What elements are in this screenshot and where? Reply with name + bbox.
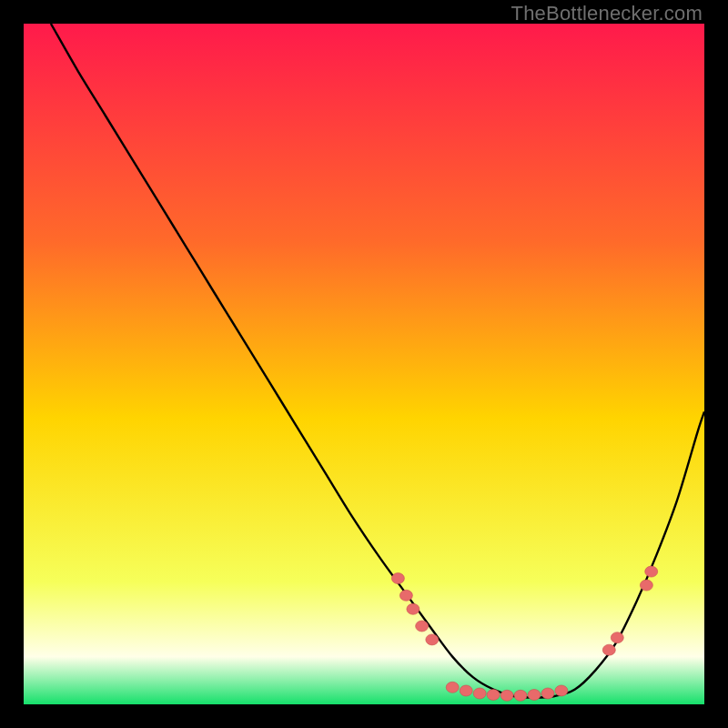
data-marker <box>514 690 527 701</box>
watermark-text: TheBottlenecker.com <box>511 2 703 25</box>
data-marker <box>407 603 420 614</box>
data-marker <box>391 573 404 584</box>
chart-frame <box>24 24 704 704</box>
data-marker <box>426 634 439 645</box>
data-marker <box>446 682 459 693</box>
data-marker <box>541 688 554 699</box>
bottleneck-chart <box>24 24 704 704</box>
data-marker <box>645 566 658 577</box>
data-marker <box>473 688 486 699</box>
data-marker <box>611 632 623 643</box>
data-marker <box>399 590 412 601</box>
data-marker <box>602 644 615 655</box>
data-marker <box>487 690 500 701</box>
data-marker <box>640 580 652 591</box>
data-marker <box>416 621 429 632</box>
data-marker <box>555 685 568 696</box>
gradient-background <box>24 24 704 704</box>
data-marker <box>500 690 513 701</box>
data-marker <box>528 690 541 701</box>
data-marker <box>460 685 472 696</box>
